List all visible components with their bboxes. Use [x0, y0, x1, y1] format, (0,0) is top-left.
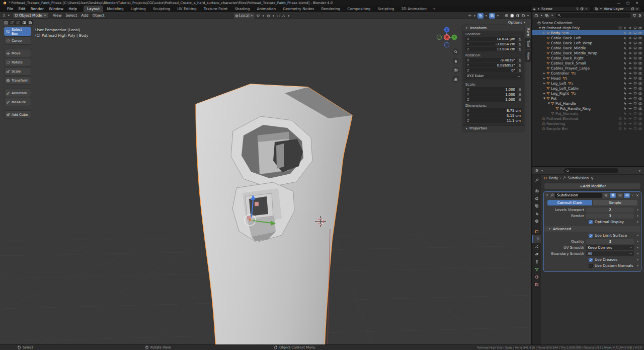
pointer-icon[interactable]: [623, 102, 627, 105]
add-modifier-button[interactable]: Add Modifier: [544, 183, 641, 189]
outliner-row-leg-right[interactable]: ►Leg_Right2: [532, 91, 644, 96]
eye-icon[interactable]: [628, 51, 632, 55]
monitor-icon[interactable]: [633, 102, 637, 105]
menu-help[interactable]: Help: [66, 7, 79, 11]
tool-measure[interactable]: Measure: [4, 98, 31, 106]
eye-icon[interactable]: [628, 122, 632, 125]
monitor-icon[interactable]: [633, 92, 637, 95]
properties-tab-scene[interactable]: [532, 209, 541, 217]
select-subtract-button[interactable]: [15, 20, 21, 25]
outliner-row-pot-handle-ring[interactable]: Pot_Handle_Ring: [532, 106, 644, 111]
eye-icon[interactable]: [628, 26, 632, 30]
properties-tab-texture[interactable]: [532, 281, 541, 288]
menu-edit[interactable]: Edit: [16, 7, 28, 11]
tool-cursor[interactable]: Cursor: [4, 36, 31, 45]
pointer-icon[interactable]: [623, 82, 627, 85]
expand-caret[interactable]: ►: [542, 82, 546, 85]
breadcrumb-modifier[interactable]: Subdivision: [568, 176, 589, 180]
subdivision-type-catmull-clark[interactable]: Catmull-Clark: [547, 200, 592, 205]
select-extend-button[interactable]: [9, 20, 15, 25]
animate-dot[interactable]: [637, 209, 638, 211]
properties-tab-world[interactable]: [532, 217, 541, 225]
pointer-icon[interactable]: [623, 97, 627, 100]
location-y-field[interactable]: Y-3.0854 cm: [465, 42, 517, 46]
camera-icon[interactable]: [638, 41, 642, 45]
eye-icon[interactable]: [628, 66, 632, 70]
expand-caret[interactable]: ►: [542, 77, 546, 80]
view-layer-selector[interactable]: View Layer: [593, 6, 641, 12]
eye-icon[interactable]: [628, 61, 632, 65]
monitor-icon[interactable]: [633, 112, 637, 115]
monitor-icon[interactable]: [633, 51, 637, 55]
outliner-row-cable-back-middle-wrap[interactable]: Cable_Back_Middle_Wrap: [532, 50, 644, 55]
properties-tab-data[interactable]: [532, 265, 541, 273]
monitor-icon[interactable]: [633, 56, 637, 60]
outliner-row-recycle-bin[interactable]: Recycle Bin: [532, 126, 644, 131]
tab-layout[interactable]: Layout: [84, 6, 103, 12]
checkbox-icon[interactable]: [618, 26, 622, 30]
animate-dot[interactable]: [637, 265, 638, 266]
tool-scale[interactable]: Scale: [4, 67, 31, 76]
lock-open-icon[interactable]: [518, 68, 522, 72]
lock-open-icon[interactable]: [518, 47, 522, 51]
tool-transform[interactable]: Transform: [4, 76, 31, 85]
eye-icon[interactable]: [628, 82, 632, 85]
rotation-z-field[interactable]: Z0°: [465, 68, 517, 73]
toggle-on-cage[interactable]: [610, 193, 616, 198]
properties-tab-modifiers[interactable]: [532, 235, 541, 243]
sidebar-tab-tool[interactable]: Tool: [525, 38, 531, 49]
outliner-row-pot-normals[interactable]: Pot_Normals: [532, 111, 644, 116]
pointer-icon[interactable]: [623, 41, 627, 45]
properties-tab-material[interactable]: [532, 273, 541, 281]
camera-icon[interactable]: [638, 92, 642, 95]
shading-rendered-button[interactable]: [521, 14, 525, 18]
monitor-icon[interactable]: [633, 87, 637, 90]
location-x-field[interactable]: X14.824 µm: [465, 37, 517, 41]
tab-lighting[interactable]: Lighting: [127, 6, 149, 12]
shading-solid-button[interactable]: [510, 14, 514, 18]
breadcrumb-object[interactable]: Body: [549, 176, 558, 180]
camera-icon[interactable]: [638, 61, 642, 65]
properties-tab-particles[interactable]: [532, 243, 541, 250]
eye-icon[interactable]: [628, 127, 632, 130]
outliner-row-cables-back-small[interactable]: Cables_Back_Small: [532, 60, 644, 65]
outliner-row-pot-handle[interactable]: ▼Pot_Handle: [532, 101, 644, 106]
camera-icon[interactable]: [638, 102, 642, 105]
expand-caret[interactable]: ►: [542, 92, 546, 95]
monitor-icon[interactable]: [633, 82, 637, 85]
outliner-search-input[interactable]: [555, 13, 631, 18]
outliner-row-body[interactable]: ►Body20: [532, 30, 644, 35]
tab-geometry-nodes[interactable]: Geometry Nodes: [279, 6, 317, 12]
tool-select-box[interactable]: Select Box: [4, 27, 31, 36]
outliner-row-cables-frayed-large[interactable]: Cables_Frayed_Large: [532, 65, 644, 71]
mode-dropdown[interactable]: Object Mode: [13, 13, 49, 18]
outliner-row-head[interactable]: ►Head3: [532, 76, 644, 81]
dimensions-y-field[interactable]: Y5.15 cm: [465, 113, 522, 118]
xray-toggle[interactable]: [489, 13, 495, 19]
scale-x-field[interactable]: X1.000: [465, 87, 517, 92]
eye-icon[interactable]: [628, 117, 632, 120]
camera-icon[interactable]: [638, 87, 642, 90]
add-workspace-button[interactable]: +: [430, 6, 438, 12]
tool-options-dropdown[interactable]: Options: [508, 20, 526, 25]
monitor-icon[interactable]: [633, 61, 637, 65]
properties-tab-physics[interactable]: [532, 250, 541, 258]
tool-add-cube[interactable]: Add Cube: [4, 110, 31, 119]
tool-rotate[interactable]: Rotate: [4, 58, 31, 66]
menu-render[interactable]: Render: [28, 7, 46, 11]
pointer-icon[interactable]: [623, 112, 627, 115]
outliner-row-pothead-high-poly[interactable]: ▼Pothead High Poly: [532, 25, 644, 30]
outliner-row-cable-back-middle[interactable]: Cable_Back_Middle: [532, 45, 644, 50]
animate-dot[interactable]: [637, 215, 638, 217]
properties-tab-view-layer[interactable]: [532, 202, 541, 209]
camera-icon[interactable]: [638, 46, 642, 50]
pointer-icon[interactable]: [623, 72, 627, 75]
viewport-menu-select[interactable]: Select: [64, 13, 79, 18]
perspective-toggle-button[interactable]: [452, 76, 459, 83]
pointer-icon[interactable]: [623, 26, 627, 30]
animate-dot[interactable]: [637, 247, 638, 248]
rotation-x-field[interactable]: X-9.4039°: [465, 58, 517, 62]
pointer-icon[interactable]: [623, 122, 627, 125]
checkbox-icon[interactable]: [618, 122, 622, 125]
tab-animation[interactable]: Animation: [253, 6, 279, 12]
